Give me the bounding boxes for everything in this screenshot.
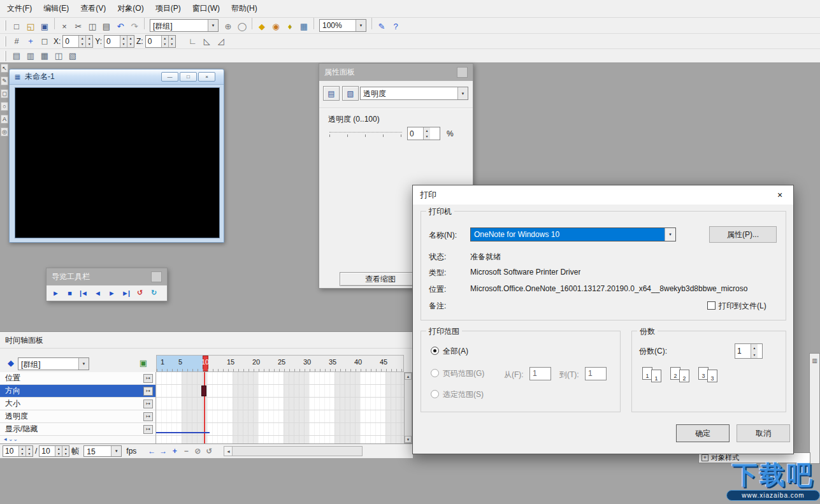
chevron-down-icon[interactable] xyxy=(208,20,218,31)
slope-up-icon[interactable]: ◺ xyxy=(201,35,213,48)
close-icon[interactable]: × xyxy=(766,185,793,205)
effect-selector[interactable]: 透明度 xyxy=(360,87,468,100)
panel-toggle-icon-4[interactable]: ◫ xyxy=(52,50,65,62)
new-icon[interactable]: □ xyxy=(10,20,23,33)
timeline-grid[interactable] xyxy=(156,372,404,443)
chevron-down-icon[interactable] xyxy=(457,87,468,99)
panel-toggle-icon-5[interactable]: ▧ xyxy=(66,50,79,62)
panel-toggle-icon-3[interactable]: ▦ xyxy=(38,50,51,62)
to-input[interactable]: 1 xyxy=(585,367,607,380)
scroll-up-icon[interactable] xyxy=(405,373,412,380)
no-edit-icon[interactable]: ⊘ xyxy=(192,446,203,457)
pin-icon[interactable]: ◆ xyxy=(255,20,268,33)
from-input[interactable]: 1 xyxy=(529,367,551,380)
print-dialog-titlebar[interactable]: 打印 × xyxy=(413,185,793,205)
document-titlebar[interactable]: ▦ 未命名-1 —□× xyxy=(10,69,224,85)
copy-icon[interactable]: ◫ xyxy=(86,20,99,33)
ok-button[interactable]: 确定 xyxy=(676,424,730,442)
menu-window[interactable]: 窗口(W) xyxy=(187,0,226,18)
spin-arrows-icon[interactable] xyxy=(62,446,69,456)
x-spinner[interactable]: 0 xyxy=(62,35,93,48)
navigation-titlebar[interactable]: 导览工具栏 xyxy=(47,268,167,285)
spin-arrows-icon[interactable] xyxy=(127,36,134,47)
print-to-file-checkbox[interactable] xyxy=(707,301,716,310)
expand-icon[interactable]: + xyxy=(701,454,709,461)
globe-icon[interactable]: ⊕ xyxy=(222,20,234,33)
redo-icon[interactable]: ↷ xyxy=(128,20,141,33)
row-pin-icon[interactable]: ↦ xyxy=(143,425,153,434)
scroll-left-icon[interactable] xyxy=(224,447,233,456)
panel-close-button[interactable] xyxy=(151,271,162,282)
tool-select-icon[interactable]: ↖ xyxy=(1,64,8,73)
range-pages-option[interactable]: 页码范围(G) xyxy=(431,368,484,379)
opacity-spinner[interactable]: 0 xyxy=(407,127,440,140)
end-frame-spinner[interactable]: 10 xyxy=(39,445,69,457)
tool-text-icon[interactable]: A xyxy=(1,115,8,124)
row-pin-icon[interactable]: ↦ xyxy=(143,412,153,421)
zoom-selector[interactable]: 100% xyxy=(319,19,366,32)
key-icon[interactable]: ♦ xyxy=(284,20,296,33)
copies-spinner[interactable]: 1 xyxy=(735,343,763,359)
spin-arrows-icon[interactable] xyxy=(85,36,92,47)
timeline-vertical-scrollbar[interactable] xyxy=(404,372,412,443)
select-arrow-icon[interactable]: ◆ xyxy=(4,356,17,369)
chevron-down-icon[interactable] xyxy=(356,20,366,31)
spin-arrows-icon[interactable] xyxy=(751,344,758,358)
tool-zoom-icon[interactable]: ◎ xyxy=(1,127,8,136)
revert-icon[interactable]: ↺ xyxy=(203,446,215,457)
save-icon[interactable]: ▣ xyxy=(38,20,51,33)
prev-frame-icon[interactable]: ◄ xyxy=(91,287,104,299)
next-frame-icon[interactable]: ► xyxy=(105,287,118,299)
tool-ellipse-icon[interactable]: ○ xyxy=(1,102,8,111)
snap-icon[interactable]: # xyxy=(10,35,23,48)
menu-project[interactable]: 项目(P) xyxy=(150,0,187,18)
row-pin-icon[interactable]: ↦ xyxy=(143,400,153,408)
timeline-row-size[interactable]: 大小 ↦ xyxy=(0,398,155,410)
stage-canvas[interactable] xyxy=(15,87,220,238)
skip-last-icon[interactable]: ►| xyxy=(119,287,132,299)
chevron-down-icon[interactable] xyxy=(78,358,89,370)
cut-icon[interactable]: ✂ xyxy=(72,20,85,33)
opacity-slider[interactable] xyxy=(329,129,402,137)
open-icon[interactable]: ◱ xyxy=(24,20,37,33)
chevron-down-icon[interactable] xyxy=(111,446,121,456)
tool-rect-icon[interactable]: ◻ xyxy=(1,89,8,98)
next-keyframe-icon[interactable]: → xyxy=(157,446,169,457)
angle-icon[interactable]: ∟ xyxy=(187,35,199,48)
spin-arrows-icon[interactable] xyxy=(25,446,32,456)
medal-icon[interactable]: ◉ xyxy=(270,20,282,33)
move-icon[interactable]: + xyxy=(24,35,37,48)
effect-grid-button[interactable]: ▧ xyxy=(342,86,359,101)
toolbar-handle[interactable] xyxy=(4,36,6,47)
z-spinner[interactable]: 0 xyxy=(145,35,176,48)
range-pages-radio[interactable] xyxy=(431,369,439,377)
cancel-button[interactable]: 取消 xyxy=(737,424,790,442)
timeline-row-direction[interactable]: 方向 ↦ xyxy=(0,385,155,398)
print-to-file-option[interactable]: 打印到文件(L) xyxy=(707,301,766,312)
menu-view[interactable]: 查看(V) xyxy=(75,0,111,18)
fps-selector[interactable]: 15 xyxy=(83,445,122,457)
paste-icon[interactable]: ▤ xyxy=(100,20,113,33)
menu-edit[interactable]: 编辑(E) xyxy=(38,0,75,18)
spin-arrows-icon[interactable] xyxy=(168,36,175,47)
prev-keyframe-icon[interactable]: ← xyxy=(146,446,157,457)
row-pin-icon[interactable]: ↦ xyxy=(143,387,153,396)
group-selector[interactable]: [群组] xyxy=(150,19,219,32)
loop-icon[interactable]: ↺ xyxy=(133,287,146,299)
printer-properties-button[interactable]: 属性(P)... xyxy=(709,226,777,243)
marquee-icon[interactable]: ◻ xyxy=(38,35,51,48)
toolbar-handle[interactable] xyxy=(4,20,6,31)
slope-down-icon[interactable]: ◿ xyxy=(215,35,227,48)
range-all-radio[interactable] xyxy=(431,347,439,355)
toolbar-handle[interactable] xyxy=(4,51,6,61)
chevron-down-icon[interactable] xyxy=(665,228,675,241)
timeline-horizontal-scrollbar[interactable] xyxy=(224,446,363,456)
menu-object[interactable]: 对象(O) xyxy=(111,0,149,18)
spin-arrows-icon[interactable] xyxy=(18,446,25,456)
panel-close-button[interactable] xyxy=(457,67,468,78)
scroll-down-icon[interactable] xyxy=(405,436,412,443)
timeline-row-opacity[interactable]: 透明度 ↦ xyxy=(0,410,155,423)
properties-panel-titlebar[interactable]: 属性面板 xyxy=(319,64,473,81)
play-all-icon[interactable]: ↻ xyxy=(147,287,160,299)
row-pin-icon[interactable]: ↦ xyxy=(143,374,153,383)
